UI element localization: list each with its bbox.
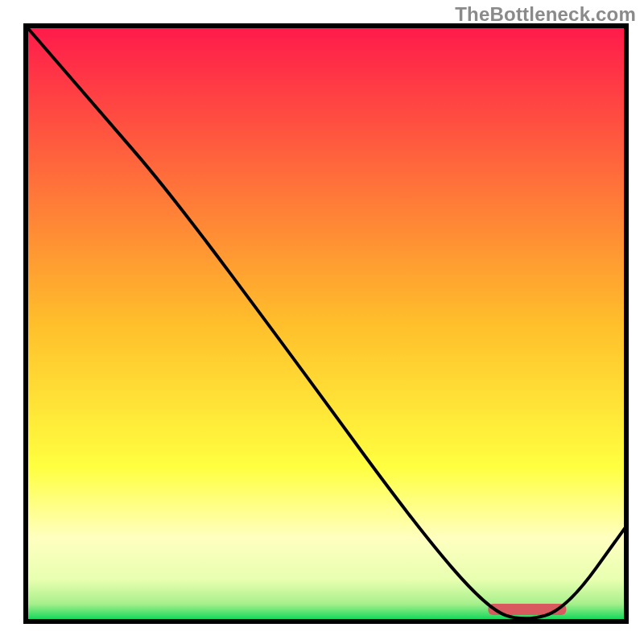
bottleneck-chart — [0, 0, 644, 644]
plot-background — [26, 26, 626, 621]
